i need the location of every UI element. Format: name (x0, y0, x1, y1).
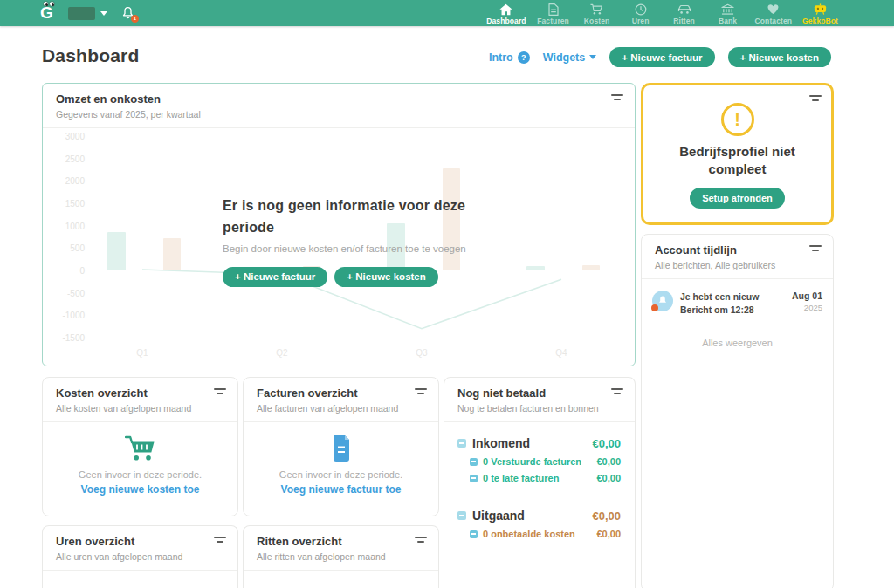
widget-menu-icon[interactable] (809, 245, 822, 251)
notifications-bell[interactable]: 1 (121, 6, 134, 20)
car-icon (677, 3, 691, 16)
sub-label: 0 te late facturen (483, 473, 559, 483)
profile-incomplete-card: ! Bedrijfsprofiel niet compleet Setup af… (641, 83, 834, 225)
heart-icon (767, 3, 780, 16)
card-header: Omzet en onkosten Gegevens vanaf 2025, p… (43, 84, 635, 128)
avatar (652, 291, 673, 311)
date: Aug 01 (792, 291, 822, 301)
invoice-document-icon (331, 434, 352, 463)
widget-menu-icon[interactable] (214, 537, 226, 543)
card-header: Account tijdlijn Alle berichten, Alle ge… (642, 235, 833, 279)
notification-badge: 1 (131, 15, 139, 23)
sub-amount: €0,00 (596, 473, 621, 483)
sub-label: 0 onbetaalde kosten (483, 529, 575, 539)
sub-row: 0 Verstuurde facturen €0,00 (444, 456, 635, 467)
timeline-item-text: Je hebt een nieuw Bericht om 12:28 (680, 291, 789, 317)
empty-state-title: Er is nog geen informatie voor deze peri… (223, 195, 493, 239)
nav-item-gekkobot[interactable]: GekkoBot (797, 0, 843, 25)
cart-icon (590, 3, 603, 16)
card-title: Facturen overzicht (257, 386, 426, 400)
logo-letter: G (40, 4, 53, 21)
card-title: Ritten overzicht (257, 535, 426, 548)
card-subtitle: Alle kosten van afgelopen maand (56, 403, 225, 414)
widget-menu-icon[interactable] (611, 388, 623, 394)
nav-label: Facturen (537, 17, 569, 25)
card-title: Kosten overzicht (56, 386, 225, 400)
show-all-link[interactable]: Alles weergeven (642, 338, 833, 348)
new-costs-button[interactable]: + Nieuwe kosten (334, 267, 437, 287)
uren-overzicht-card: Uren overzicht Alle uren van afgelopen m… (42, 525, 238, 588)
add-invoice-link[interactable]: Voeg nieuwe factuur toe (281, 483, 402, 496)
card-header: Nog niet betaald Nog te betalen facturen… (444, 378, 635, 422)
card-title: Omzet en onkosten (56, 92, 622, 106)
sub-amount: €0,00 (596, 529, 621, 539)
company-name-redacted (68, 7, 95, 20)
nav-item-ritten[interactable]: Ritten (663, 0, 706, 25)
chevron-down-icon (100, 11, 107, 16)
collapse-toggle-icon[interactable] (470, 458, 478, 466)
warning-icon: ! (721, 103, 754, 136)
card-subtitle: Nog te betalen facturen en bonnen (457, 403, 622, 414)
card-title: Uren overzicht (56, 535, 225, 548)
new-invoice-button[interactable]: + Nieuwe factuur (609, 47, 714, 67)
widget-menu-icon[interactable] (809, 95, 822, 101)
cart-icon (125, 434, 156, 463)
nav-label: GekkoBot (802, 17, 838, 25)
gekko-logo[interactable]: G (40, 2, 61, 24)
card-title: Nog niet betaald (457, 386, 622, 400)
collapse-toggle-icon[interactable] (470, 530, 478, 538)
new-costs-button[interactable]: + Nieuwe kosten (728, 47, 831, 67)
timeline-item[interactable]: Je hebt een nieuw Bericht om 12:28 Aug 0… (642, 279, 833, 317)
intro-link[interactable]: Intro ? (489, 51, 530, 64)
collapse-toggle-icon[interactable] (457, 511, 466, 520)
topbar: G 1 Dashboard Facturen Kosten (0, 0, 894, 26)
facturen-overzicht-card: Facturen overzicht Alle facturen van afg… (243, 377, 439, 516)
collapse-toggle-icon[interactable] (457, 439, 466, 448)
company-menu[interactable] (68, 7, 107, 20)
main-navigation: Dashboard Facturen Kosten Uren Ritten (481, 0, 843, 26)
group-label: Inkomend (472, 436, 530, 450)
add-costs-link[interactable]: Voeg nieuwe kosten toe (81, 483, 200, 496)
nav-item-contacten[interactable]: Contacten (750, 0, 797, 25)
empty-state-subtitle: Begin door nieuwe kosten en/of facturen … (223, 243, 493, 254)
sub-row: 0 te late facturen €0,00 (444, 473, 635, 483)
omzet-onkosten-card: Omzet en onkosten Gegevens vanaf 2025, p… (42, 83, 636, 366)
nav-item-kosten[interactable]: Kosten (575, 0, 619, 25)
header-actions: Intro ? Widgets + Nieuwe factuur + Nieuw… (489, 47, 831, 67)
widgets-label: Widgets (543, 51, 586, 64)
new-invoice-button[interactable]: + Nieuwe factuur (223, 267, 327, 287)
card-subtitle: Alle berichten, Alle gebruikers (655, 260, 821, 270)
bank-icon (721, 3, 734, 16)
chevron-down-icon (589, 55, 596, 59)
widget-menu-icon[interactable] (415, 388, 427, 394)
widget-menu-icon[interactable] (415, 537, 427, 543)
sub-row: 0 onbetaalde kosten €0,00 (444, 529, 635, 539)
group-amount: €0,00 (592, 437, 621, 450)
kosten-overzicht-card: Kosten overzicht Alle kosten van afgelop… (42, 377, 238, 516)
home-icon (499, 3, 512, 16)
setup-finish-button[interactable]: Setup afronden (690, 188, 785, 209)
nav-item-dashboard[interactable]: Dashboard (481, 0, 531, 25)
card-header: Uren overzicht Alle uren van afgelopen m… (43, 526, 237, 571)
card-header: Facturen overzicht Alle facturen van afg… (244, 378, 438, 422)
widgets-dropdown[interactable]: Widgets (543, 51, 597, 64)
chart-empty-state: Er is nog geen informatie voor deze peri… (223, 195, 493, 287)
group-row-inkomend: Inkomend €0,00 (444, 436, 635, 450)
unread-dot (651, 304, 658, 311)
nav-item-bank[interactable]: Bank (706, 0, 750, 25)
page-title: Dashboard (42, 45, 140, 66)
nav-item-facturen[interactable]: Facturen (532, 0, 575, 25)
widget-menu-icon[interactable] (214, 388, 226, 394)
group-label: Uitgaand (472, 509, 525, 523)
help-icon[interactable]: ? (518, 51, 530, 64)
collapse-toggle-icon[interactable] (470, 475, 478, 482)
widget-menu-icon[interactable] (611, 94, 623, 100)
nav-label: Contacten (755, 17, 792, 25)
timeline-item-date: Aug 01 2025 (792, 291, 822, 317)
nav-item-uren[interactable]: Uren (619, 0, 663, 25)
card-header: Ritten overzicht Alle ritten van afgelop… (244, 526, 438, 571)
bell-icon (657, 295, 668, 306)
nav-label: Dashboard (486, 17, 526, 25)
card-subtitle: Gegevens vanaf 2025, per kwartaal (56, 109, 622, 120)
nav-label: Bank (719, 17, 737, 25)
